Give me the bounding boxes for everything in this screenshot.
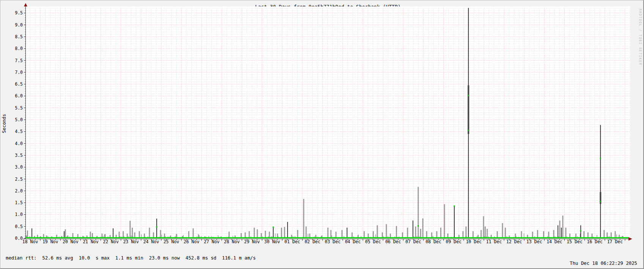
svg-text:25 Nov: 25 Nov	[164, 239, 180, 244]
svg-text:04 Dec: 04 Dec	[345, 239, 361, 244]
svg-text:22 Nov: 22 Nov	[103, 239, 119, 244]
svg-text:5.0: 5.0	[15, 117, 23, 122]
svg-text:7.0: 7.0	[15, 70, 23, 75]
svg-text:5.5: 5.5	[15, 105, 23, 111]
svg-text:01 Dec: 01 Dec	[284, 239, 300, 244]
svg-text:16 Dec: 16 Dec	[587, 239, 603, 244]
svg-text:24 Nov: 24 Nov	[143, 239, 159, 244]
svg-text:11 Dec: 11 Dec	[486, 239, 502, 244]
svg-text:28 Nov: 28 Nov	[224, 239, 240, 244]
svg-text:12 Dec: 12 Dec	[506, 239, 522, 244]
svg-text:6.0: 6.0	[15, 93, 23, 99]
svg-text:9.5: 9.5	[15, 10, 23, 16]
svg-text:21 Nov: 21 Nov	[83, 239, 99, 244]
svg-text:30 Nov: 30 Nov	[264, 239, 280, 244]
svg-text:06 Dec: 06 Dec	[385, 239, 401, 244]
smokeping-latency-graph: Last 30 Days from 0ea5b771b9ed to Sberba…	[0, 0, 644, 269]
svg-text:26 Nov: 26 Nov	[184, 239, 200, 244]
svg-text:3.5: 3.5	[15, 153, 23, 158]
svg-text:05 Dec: 05 Dec	[365, 239, 381, 244]
svg-text:27 Nov: 27 Nov	[204, 239, 220, 244]
svg-text:08 Dec: 08 Dec	[425, 239, 441, 244]
svg-text:6.5: 6.5	[15, 81, 23, 87]
svg-text:8.5: 8.5	[15, 34, 23, 39]
median-rtt-row: median rtt: 52.6 ms avg 10.0 s max 1.1 m…	[6, 256, 256, 261]
svg-text:7.5: 7.5	[15, 58, 23, 63]
svg-text:0.0: 0.0	[15, 236, 23, 241]
svg-text:07 Dec: 07 Dec	[405, 239, 421, 244]
svg-text:18 Nov: 18 Nov	[22, 239, 38, 244]
svg-text:02 Dec: 02 Dec	[305, 239, 321, 244]
svg-text:15 Dec: 15 Dec	[567, 239, 583, 244]
svg-text:3.0: 3.0	[15, 164, 23, 170]
svg-text:2.0: 2.0	[15, 188, 23, 194]
svg-text:9.0: 9.0	[15, 22, 23, 28]
svg-text:4.5: 4.5	[15, 129, 23, 134]
svg-text:19 Nov: 19 Nov	[43, 239, 58, 244]
svg-text:1.0: 1.0	[15, 212, 23, 217]
generated-timestamp: Thu Dec 18 06:22:29 2025	[570, 261, 637, 266]
svg-text:1.5: 1.5	[15, 200, 23, 205]
svg-text:0.5: 0.5	[15, 224, 23, 229]
svg-text:10 Dec: 10 Dec	[466, 239, 482, 244]
svg-text:09 Dec: 09 Dec	[446, 239, 462, 244]
svg-text:4.0: 4.0	[15, 141, 23, 146]
svg-text:03 Dec: 03 Dec	[325, 239, 341, 244]
svg-text:29 Nov: 29 Nov	[244, 239, 260, 244]
svg-text:13 Dec: 13 Dec	[526, 239, 542, 244]
svg-text:23 Nov: 23 Nov	[123, 239, 139, 244]
svg-text:14 Dec: 14 Dec	[546, 239, 562, 244]
svg-text:17 Dec: 17 Dec	[607, 239, 623, 244]
stats-legend: median rtt: 52.6 ms avg 10.0 s max 1.1 m…	[6, 246, 256, 269]
svg-text:2.5: 2.5	[15, 177, 23, 182]
svg-text:20 Nov: 20 Nov	[63, 239, 79, 244]
svg-text:8.0: 8.0	[15, 46, 23, 51]
plot-area: 0.00.51.01.52.02.53.03.54.04.55.05.56.06…	[0, 0, 644, 245]
